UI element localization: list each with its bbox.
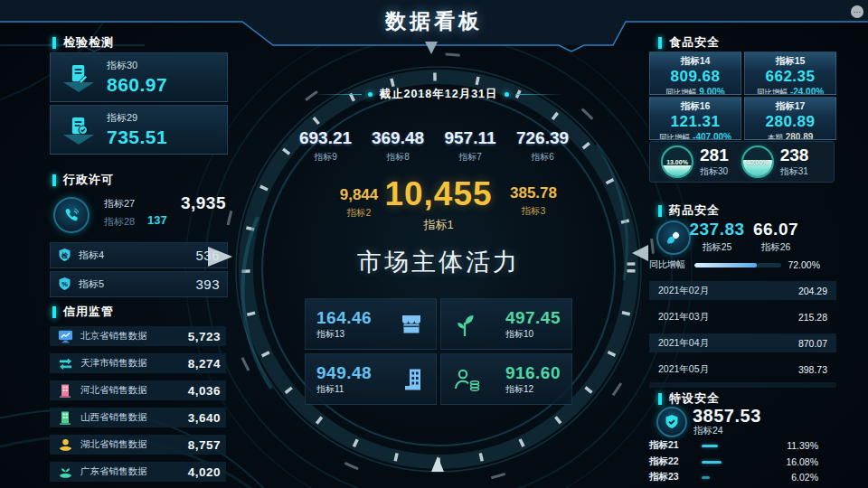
tile-label: 指标10 (505, 329, 561, 339)
food-card: 指标17 280.89 本期280.89 (744, 97, 836, 140)
icon-glow (63, 135, 94, 145)
section-title-text: 食品安全 (669, 34, 720, 51)
card-metric-value: 9.00% (699, 87, 724, 95)
row-label: 天津市销售数据 (80, 357, 147, 370)
row-value: 870.07 (798, 338, 827, 349)
metric-value: 735.51 (107, 127, 167, 148)
row-label: 湖北省销售数据 (80, 438, 147, 451)
spark-bar (702, 476, 710, 479)
top-metric: 369.48指标8 (362, 128, 434, 164)
month-row-partial (649, 382, 836, 388)
row-label: 2021年03月 (658, 311, 709, 324)
metric-label: 指标25 (687, 242, 747, 253)
top-metric: 957.11指标7 (434, 128, 506, 164)
gauge-value: 281 (700, 146, 729, 164)
gauge-label: 指标30 (700, 165, 729, 178)
ring-pointer-right-icon (208, 247, 232, 267)
title-bar-icon (52, 37, 56, 49)
metric-value: 693.21 (289, 128, 362, 148)
section-licensing-title: 行政许可 (52, 172, 114, 188)
licensing-row: % 指标5 393 (50, 271, 228, 297)
title-bar-icon (658, 205, 662, 217)
svg-text:%: % (61, 280, 68, 288)
month-row: 2021年05月 398.73 (649, 360, 836, 379)
card-label: 指标16 (650, 100, 741, 113)
section-title-text: 行政许可 (63, 172, 114, 188)
date-note: 截止2018年12月31日 (307, 87, 570, 102)
card-value: 662.35 (745, 68, 835, 86)
top-metric: 726.39指标6 (506, 128, 579, 164)
metric-label: 指标27 (104, 197, 135, 211)
window-menu-button[interactable]: ⋯ (851, 5, 863, 18)
row-value: 8,274 (188, 357, 221, 371)
food-card: 指标16 121.31 同比增幅-407.00% (649, 97, 741, 140)
decor-line (515, 94, 562, 95)
primary-metric: 10,455 指标1 (375, 175, 502, 233)
metric-label: 指标3 (493, 205, 574, 218)
top-metric: 693.21指标9 (289, 128, 362, 164)
food-gauge-panel: 13.00% 281 指标30 40.00% 238 指标31 (649, 141, 835, 183)
inspection-card: 指标30 860.97 (50, 52, 228, 102)
drug-metric: 237.83 指标25 (687, 221, 747, 252)
spark-bar (702, 445, 718, 447)
icon-glow (63, 82, 94, 92)
document-edit-icon (69, 63, 90, 84)
section-title-text: 检验检测 (63, 34, 114, 51)
metric-label: 指标7 (434, 151, 506, 164)
special-row: 指标23 6.02% (649, 471, 836, 483)
row-value: 11.39% (787, 440, 818, 451)
metric-value: 957.11 (434, 128, 506, 148)
month-row: 2021年02月 204.29 (649, 281, 836, 300)
metric-label: 指标8 (362, 151, 434, 164)
licensing-phone-row: 指标27 3,935 指标28 137 (50, 193, 226, 237)
special-main-label: 指标24 (693, 425, 723, 437)
card-metric-value: -407.00% (693, 132, 731, 140)
store-icon (398, 312, 425, 337)
metric-label: 指标1 (375, 217, 502, 233)
card-metric-label: 本期 (768, 133, 783, 140)
gauge-label: 指标31 (780, 165, 809, 178)
section-food-title: 食品安全 (658, 34, 720, 51)
metric-value: 726.39 (506, 128, 579, 148)
center-tile: 164.46指标13 (305, 298, 437, 350)
metric-value: 3,935 (181, 193, 226, 213)
title-bar-icon (658, 37, 662, 49)
special-row: 指标22 16.08% (649, 455, 836, 468)
metric-label: 指标26 (750, 242, 801, 253)
row-value: 8,757 (188, 438, 221, 452)
gauge-circle-icon: 40.00% (741, 145, 774, 178)
metric-value: 369.48 (362, 128, 434, 148)
card-label: 指标15 (745, 55, 835, 68)
credit-row: 天津市销售数据 8,274 (50, 353, 226, 373)
tile-value: 916.60 (505, 364, 561, 383)
header-pointer-down-icon (425, 42, 438, 54)
building-icon (58, 410, 72, 425)
dot-icon (368, 92, 373, 97)
month-row: 2021年03月 215.28 (649, 307, 836, 326)
page-title: 数据看板 (0, 7, 868, 35)
building-icon (58, 383, 72, 398)
pill-icon (665, 230, 682, 246)
metric-value: 860.97 (107, 74, 167, 96)
section-title-text: 信用监管 (63, 304, 114, 320)
date-note-text: 截止2018年12月31日 (379, 87, 497, 102)
dashboard: 数据看板 ⋯ 检验检测 指标30 860.97 (0, 0, 868, 488)
card-metric-label: 同比增幅 (665, 88, 696, 95)
shield-badge (656, 407, 687, 437)
svg-text:检: 检 (61, 252, 69, 258)
food-card: 指标15 662.35 同比增幅-24.00% (744, 52, 836, 95)
dot-icon (505, 92, 509, 97)
sprout-icon (452, 311, 477, 338)
row-value: 4,036 (188, 384, 221, 398)
tile-label: 指标12 (505, 384, 561, 394)
row-value: 215.28 (798, 312, 827, 323)
row-label: 北京省销售数据 (80, 330, 147, 343)
gauge: 40.00% 238 指标31 (741, 145, 809, 178)
card-metric-value: 280.89 (786, 132, 814, 140)
gauge-value: 238 (780, 146, 809, 164)
card-value: 121.31 (650, 113, 741, 131)
gauge-circle-icon: 13.00% (661, 145, 693, 178)
center-tile: 949.48指标11 (305, 353, 437, 405)
credit-row: 河北省销售数据 4,036 (50, 380, 226, 400)
row-value: 3,640 (188, 411, 221, 425)
